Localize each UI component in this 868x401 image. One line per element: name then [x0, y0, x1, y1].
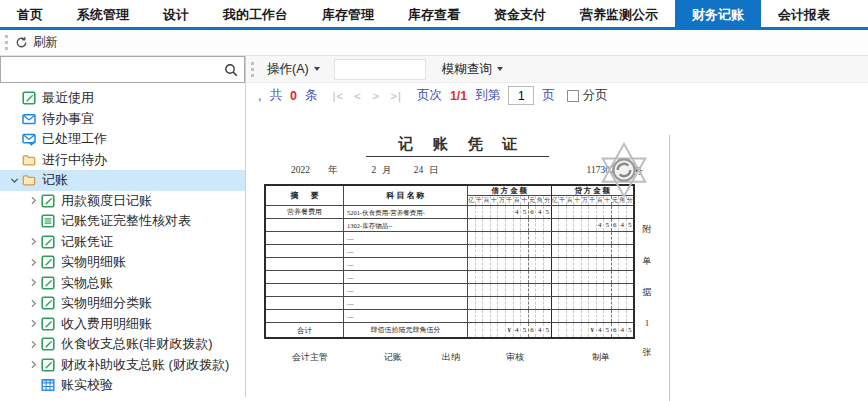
tree-item-1[interactable]: 最近使用 [0, 88, 245, 109]
nav-tab-10[interactable]: 会计报表 [761, 0, 847, 27]
tree-item-2[interactable]: 待办事宜 [0, 109, 245, 130]
tree-item-label: 实物明细分类账 [61, 294, 152, 312]
tree-item-10[interactable]: 实物总账 [0, 273, 245, 294]
refresh-toolbar: 刷新 [0, 30, 868, 56]
tree-item-13[interactable]: 伙食收支总账(非财政拨款) [0, 334, 245, 355]
digit-cell [611, 232, 619, 244]
paging-checkbox[interactable] [567, 90, 579, 102]
tree-item-3[interactable]: 已处理工作 [0, 129, 245, 150]
digit-cell [558, 323, 566, 337]
main-toolbar: 操作(A) 模糊查询 [246, 56, 868, 83]
tree-item-label: 实物明细账 [61, 253, 126, 271]
summary-cell [266, 232, 344, 244]
digit-cell [497, 232, 505, 244]
digit-cell [543, 271, 551, 283]
digit-cell [596, 258, 604, 270]
chevron-right-icon[interactable] [26, 194, 41, 207]
last-page-button[interactable]: >| [390, 90, 402, 102]
tree-item-9[interactable]: 实物明细账 [0, 252, 245, 273]
voucher-row-6: — [266, 270, 633, 283]
first-page-button[interactable]: |< [332, 90, 344, 102]
digit-cell [543, 297, 551, 309]
account-cell: 5201-伙食费用-营养餐费用- [344, 206, 468, 218]
chevron-right-icon[interactable] [26, 297, 41, 310]
grid-icon [41, 378, 56, 392]
digit-cell [603, 284, 611, 296]
digit-cell [520, 310, 528, 322]
summary-cell [266, 219, 344, 231]
chevron-right-icon[interactable] [26, 256, 41, 269]
digit-cell [626, 297, 634, 309]
tree-item-5[interactable]: 记账 [0, 170, 245, 191]
chevron-right-icon[interactable] [26, 235, 41, 248]
digit-cell [497, 323, 505, 337]
next-page-button[interactable]: > [372, 90, 380, 102]
tree-item-label: 进行中待办 [42, 151, 107, 169]
summary-cell [266, 245, 344, 257]
nav-tab-1[interactable]: 首页 [0, 0, 60, 27]
digit-cell [513, 219, 521, 231]
chevron-right-icon[interactable] [26, 338, 41, 351]
tree-item-12[interactable]: 收入费用明细账 [0, 314, 245, 335]
debit-amount-cells [468, 232, 551, 244]
digit-cell [566, 206, 574, 218]
digit-unit-label: 角 [535, 196, 543, 205]
nav-tab-5[interactable]: 库存管理 [305, 0, 391, 27]
refresh-button[interactable]: 刷新 [15, 34, 58, 51]
digit-cell [566, 219, 574, 231]
digit-cell [596, 206, 604, 218]
nav-tab-8[interactable]: 营养监测公示 [563, 0, 675, 27]
voucher-day: 24 [414, 165, 424, 175]
voucher-month: 2 [372, 165, 377, 175]
nav-tab-6[interactable]: 库存查看 [391, 0, 477, 27]
goto-page-input[interactable] [508, 86, 534, 105]
tree-item-8[interactable]: 记账凭证 [0, 232, 245, 253]
digit-cell: 4 [618, 323, 626, 337]
account-column-header: 科 目 名 称 [344, 186, 468, 205]
account-cell: — [344, 245, 468, 257]
digit-cell [581, 245, 589, 257]
fuzzy-query-button[interactable]: 模糊查询 [436, 61, 509, 78]
nav-tab-3[interactable]: 设计 [146, 0, 206, 27]
debit-amount-cells: 45645 [468, 206, 551, 218]
chevron-right-icon[interactable] [26, 276, 41, 289]
toolbar-grip[interactable] [251, 62, 255, 77]
tree-item-14[interactable]: 财政补助收支总账 (财政拨款) [0, 355, 245, 376]
doc-edit-icon [41, 337, 56, 351]
search-input[interactable] [1, 57, 244, 82]
digit-cell: 6 [528, 206, 536, 218]
digit-cell [573, 297, 581, 309]
digit-cell [497, 258, 505, 270]
toolbar-filter-input[interactable] [334, 59, 426, 80]
tree-item-11[interactable]: 实物明细分类账 [0, 293, 245, 314]
digit-cell [505, 271, 513, 283]
digit-cell [603, 271, 611, 283]
tree-item-15[interactable]: 账实校验 [0, 375, 245, 396]
digit-cell [558, 310, 566, 322]
prev-page-button[interactable]: < [354, 90, 362, 102]
search-icon [224, 63, 238, 77]
chevron-down-icon[interactable] [7, 174, 22, 187]
tree-item-4[interactable]: 进行中待办 [0, 150, 245, 171]
summary-cell [266, 297, 344, 309]
credit-amount-cells [551, 258, 634, 270]
nav-tab-4[interactable]: 我的工作台 [206, 0, 305, 27]
action-menu-button[interactable]: 操作(A) [261, 61, 326, 78]
digit-cell: 4 [513, 206, 521, 218]
digit-cell [505, 219, 513, 231]
chevron-right-icon[interactable] [26, 358, 41, 371]
nav-tab-9[interactable]: 财务记账 [675, 0, 761, 27]
tree-item-label: 记账 [42, 171, 68, 189]
digit-unit-label: 十 [490, 196, 498, 205]
signature-label-3: 出纳 [442, 351, 460, 364]
tree-item-label: 用款额度日记账 [61, 192, 152, 210]
digit-cell [528, 297, 536, 309]
tree-item-6[interactable]: 用款额度日记账 [0, 191, 245, 212]
voucher-title: 记 账 凭 证 [366, 135, 549, 157]
chevron-right-icon[interactable] [26, 317, 41, 330]
nav-tab-2[interactable]: 系统管理 [60, 0, 146, 27]
digit-cell [573, 284, 581, 296]
nav-tab-7[interactable]: 资金支付 [477, 0, 563, 27]
toolbar-grip[interactable] [5, 35, 9, 50]
tree-item-7[interactable]: 记账凭证完整性核对表 [0, 211, 245, 232]
